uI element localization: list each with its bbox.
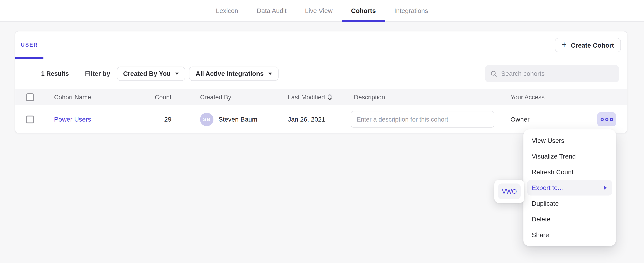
chevron-down-icon <box>268 72 272 75</box>
menu-item-share[interactable]: Share <box>527 227 612 243</box>
header-checkbox-cell <box>15 93 54 101</box>
vertical-divider <box>77 68 77 80</box>
search-box[interactable] <box>485 65 619 82</box>
export-submenu: VWO <box>494 180 524 203</box>
filter-by-label: Filter by <box>85 70 110 77</box>
menu-item-visualize-trend[interactable]: Visualize Trend <box>527 148 612 164</box>
avatar: SB <box>200 113 214 126</box>
created-by-filter-value: Created By You <box>123 70 171 77</box>
created-by-name: Steven Baum <box>218 116 257 123</box>
tab-label: Live View <box>305 7 332 14</box>
card-header: USER + Create Cohort <box>15 32 627 58</box>
table-header: Cohort Name Count Created By Last Modifi… <box>15 89 627 105</box>
create-cohort-label: Create Cohort <box>571 41 614 49</box>
header-description: Description <box>351 94 510 101</box>
menu-item-export-to[interactable]: Export to... <box>527 180 612 195</box>
search-input[interactable] <box>501 70 614 77</box>
header-created-by: Created By <box>200 94 288 101</box>
integrations-filter-dropdown[interactable]: All Active Integrations <box>189 66 278 81</box>
menu-item-delete[interactable]: Delete <box>527 211 612 227</box>
cohort-name-cell: Power Users <box>54 116 135 123</box>
user-tab-label: USER <box>21 42 38 47</box>
filter-row: 1 Results Filter by Created By You All A… <box>15 58 627 89</box>
table-row: Power Users 29 SB Steven Baum Jan 26, 20… <box>15 105 627 133</box>
integrations-filter-value: All Active Integrations <box>196 70 264 77</box>
user-tab-underline <box>15 57 44 59</box>
menu-item-export-label: Export to... <box>532 184 563 191</box>
active-tab-underline <box>342 20 385 22</box>
tab-data-audit[interactable]: Data Audit <box>248 0 296 21</box>
search-icon <box>490 70 497 77</box>
top-nav: Lexicon Data Audit Live View Cohorts Int… <box>0 0 644 22</box>
description-cell <box>351 111 510 128</box>
chevron-down-icon <box>175 72 179 75</box>
header-your-access: Your Access <box>510 94 627 101</box>
ellipsis-icon <box>600 118 604 121</box>
tab-cohorts[interactable]: Cohorts <box>342 0 385 21</box>
plus-icon: + <box>562 40 566 49</box>
app: Lexicon Data Audit Live View Cohorts Int… <box>0 0 644 263</box>
create-cohort-button[interactable]: + Create Cohort <box>554 38 621 52</box>
cohorts-card: USER + Create Cohort 1 Results Filter by… <box>15 31 627 133</box>
menu-item-view-users[interactable]: View Users <box>527 133 612 148</box>
created-by-cell: SB Steven Baum <box>200 113 288 126</box>
menu-item-refresh-count[interactable]: Refresh Count <box>527 164 612 180</box>
description-input[interactable] <box>351 111 494 128</box>
row-checkbox-cell <box>15 115 54 123</box>
row-actions <box>597 112 616 126</box>
results-count: 1 Results <box>41 70 69 77</box>
count-cell: 29 <box>135 116 172 123</box>
header-count: Count <box>135 94 172 101</box>
tab-label: Lexicon <box>216 7 238 14</box>
tab-label: Data Audit <box>257 7 286 14</box>
menu-item-duplicate[interactable]: Duplicate <box>527 195 612 211</box>
row-checkbox[interactable] <box>26 115 34 123</box>
tab-label: Integrations <box>394 7 428 14</box>
submenu-arrow-icon <box>604 185 606 190</box>
tab-user[interactable]: USER <box>15 32 44 58</box>
header-cohort-name: Cohort Name <box>54 94 135 101</box>
select-all-checkbox[interactable] <box>26 93 34 101</box>
tab-lexicon[interactable]: Lexicon <box>207 0 248 21</box>
submenu-item-vwo[interactable]: VWO <box>498 183 521 199</box>
tab-label: Cohorts <box>351 7 376 14</box>
header-last-modified-label: Last Modified <box>288 94 325 101</box>
last-modified-cell: Jan 26, 2021 <box>288 116 351 123</box>
tab-integrations[interactable]: Integrations <box>385 0 437 21</box>
created-by-filter-dropdown[interactable]: Created By You <box>117 66 186 81</box>
cohort-name-link[interactable]: Power Users <box>54 116 91 123</box>
tab-live-view[interactable]: Live View <box>296 0 342 21</box>
sort-icon <box>328 94 332 100</box>
header-last-modified[interactable]: Last Modified <box>288 94 351 101</box>
context-menu: View Users Visualize Trend Refresh Count… <box>524 129 616 246</box>
more-options-button[interactable] <box>597 112 616 126</box>
